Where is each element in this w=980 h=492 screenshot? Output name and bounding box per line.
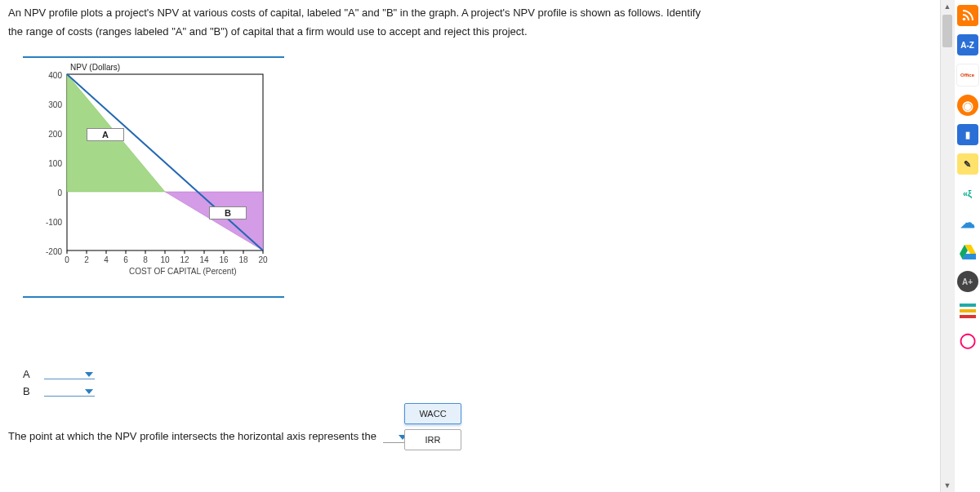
options-stack: WACC IRR <box>404 403 461 455</box>
stripes-icon[interactable] <box>957 300 978 321</box>
question-text: An NPV profile plots a project's NPV at … <box>8 3 923 42</box>
svg-rect-19 <box>960 304 976 307</box>
note-icon[interactable]: ✎ <box>957 153 978 175</box>
x-tick: 8 <box>139 255 152 264</box>
x-tick: 6 <box>119 255 132 264</box>
answer-label-b: B <box>23 385 34 397</box>
aplus-icon[interactable]: A+ <box>957 271 978 292</box>
answer-dropdown-b[interactable] <box>44 386 95 397</box>
eye-icon[interactable]: ◉ <box>957 95 978 116</box>
scroll-thumb[interactable] <box>942 15 952 47</box>
x-tick: 2 <box>80 255 93 264</box>
scroll-up-icon[interactable]: ▲ <box>941 0 954 13</box>
svg-marker-2 <box>165 192 263 250</box>
svg-point-15 <box>962 18 965 21</box>
svg-rect-20 <box>960 309 976 312</box>
az-icon[interactable]: A-Z <box>957 34 978 55</box>
x-tick: 20 <box>256 255 270 264</box>
x-tick: 14 <box>198 255 211 264</box>
browser-sidebar: A-Z Office ◉ ▮ ✎ «ξ ☁ A+ ◯ <box>954 0 980 492</box>
question-line1: An NPV profile plots a project's NPV at … <box>8 7 701 19</box>
x-tick: 0 <box>60 255 74 264</box>
answer-label-a: A <box>23 368 34 380</box>
npv-chart: NPV (Dollars) 400 300 200 100 0 -100 -20… <box>23 63 284 291</box>
option-irr[interactable]: IRR <box>404 429 461 450</box>
region-b-label: B <box>209 206 247 219</box>
vertical-scrollbar[interactable]: ▲ ▼ <box>940 0 954 492</box>
circle-icon[interactable]: ◯ <box>957 330 978 351</box>
answer-dropdown-a[interactable] <box>44 369 95 379</box>
question-line2: the range of costs (ranges labeled "A" a… <box>8 25 528 38</box>
svg-rect-21 <box>960 315 976 318</box>
onedrive-icon[interactable]: ☁ <box>957 212 978 233</box>
region-a-label: A <box>87 128 124 141</box>
rss-icon[interactable] <box>957 5 978 26</box>
x-tick: 16 <box>217 255 230 264</box>
sentence-before: The point at which the NPV profile inter… <box>8 430 376 442</box>
scroll-down-icon[interactable]: ▼ <box>941 479 954 492</box>
card-icon[interactable]: ▮ <box>957 124 978 145</box>
drive-icon[interactable] <box>957 242 978 263</box>
x-tick: 12 <box>178 255 191 264</box>
option-wacc[interactable]: WACC <box>404 403 461 424</box>
signal-icon[interactable]: «ξ <box>957 183 978 204</box>
x-tick: 4 <box>100 255 113 264</box>
chart-frame: NPV (Dollars) 400 300 200 100 0 -100 -20… <box>23 56 284 298</box>
office-icon[interactable]: Office <box>956 64 979 86</box>
x-axis-title: COST OF CAPITAL (Percent) <box>129 267 237 276</box>
x-tick: 10 <box>158 255 172 264</box>
x-tick: 18 <box>237 255 250 264</box>
